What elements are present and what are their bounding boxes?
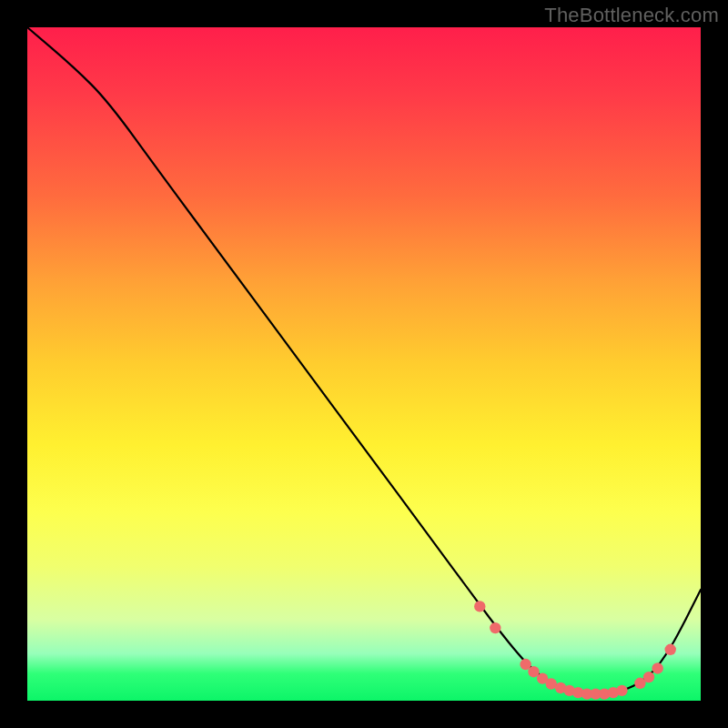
marker-dot [490,622,500,633]
marker-dot [643,672,654,682]
bottleneck-curve [27,27,701,694]
plot-area [27,27,701,701]
marker-dot [616,685,627,696]
marker-dot [652,662,662,673]
chart-svg [27,27,701,701]
marker-dot [665,644,676,655]
marker-dot [474,601,485,612]
chart-frame: TheBottleneck.com [0,0,728,728]
marker-dots [474,601,676,700]
watermark-text: TheBottleneck.com [544,4,719,27]
